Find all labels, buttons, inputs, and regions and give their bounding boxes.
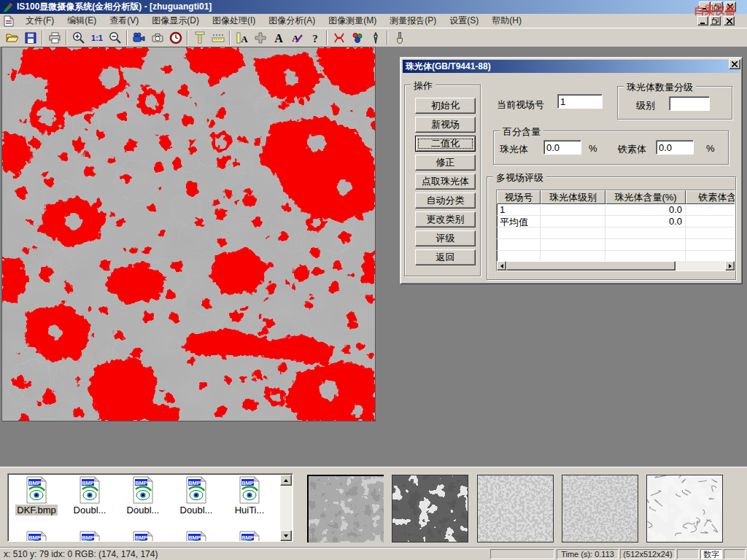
grade-input[interactable] [669, 96, 710, 111]
bmp-file-icon: BMP [26, 531, 47, 542]
toolbar-button-save[interactable] [21, 29, 39, 47]
toolbar-button-text-edit[interactable]: A [287, 29, 306, 47]
op-button-2[interactable]: 新视场 [415, 117, 476, 133]
file-name[interactable]: DKF.bmp [15, 505, 57, 516]
menu-item-measure-report[interactable]: 测量报告(P) [383, 13, 443, 28]
op-button-5[interactable]: 点取珠光体 [415, 174, 476, 190]
op-button-9[interactable]: 返回 [415, 249, 476, 265]
table-row-1[interactable]: 10.0 [497, 204, 735, 216]
image-thumbnail-4[interactable] [562, 475, 638, 542]
toolbar-button-particles[interactable] [348, 29, 366, 47]
toolbar-button-camera[interactable] [148, 29, 166, 47]
mdi-restore-icon [712, 18, 719, 24]
pen-icon [368, 31, 383, 45]
table-row-2[interactable]: 平均值0.0 [497, 216, 735, 228]
grade-group-label: 珠光体数量分级 [624, 81, 696, 94]
dialog-title-bar[interactable]: 珠光体(GB/T9441-88) [403, 60, 740, 73]
file-vscrollbar[interactable] [280, 475, 292, 541]
pearlite-input[interactable]: 0.0 [543, 140, 581, 155]
toolbar-button-zoom-out[interactable] [106, 29, 124, 47]
toolbar-button-image-tile[interactable] [251, 29, 269, 47]
image-thumbnail-3[interactable] [477, 475, 554, 542]
menu-item-image-analyze[interactable]: 图像分析(A) [262, 13, 322, 28]
vscroll-up-button[interactable] [280, 475, 292, 486]
toolbar-button-clock[interactable] [166, 29, 185, 47]
toolbar-button-measure-text[interactable]: A [233, 29, 251, 47]
menu-item-file[interactable]: 文件(F) [19, 13, 61, 28]
file-name[interactable]: Doubl... [72, 505, 108, 516]
file-item-partial[interactable]: BMP [66, 531, 114, 542]
toolbar-button-pen[interactable] [366, 29, 384, 47]
toolbar-button-brush[interactable] [390, 29, 409, 47]
toolbar-button-curve[interactable] [330, 29, 348, 47]
current-field-input[interactable]: 1 [557, 94, 603, 109]
menu-item-image-process[interactable]: 图像处理(I) [206, 13, 262, 28]
vscroll-down-button[interactable] [280, 530, 292, 541]
focus-rect [418, 139, 473, 149]
table-header-2[interactable]: 珠光体级别 [541, 190, 605, 204]
op-button-1[interactable]: 初始化 [415, 98, 476, 114]
toolbar-button-actual-size[interactable]: 1:1 [88, 29, 106, 47]
file-item-partial[interactable]: BMP [225, 531, 274, 542]
grade-label: 级别 [636, 99, 655, 112]
image-thumbnail-1[interactable] [307, 475, 384, 542]
menu-item-image-measure[interactable]: 图像测量(M) [322, 13, 383, 28]
file-item-Doubl[interactable]: BMPDoubl... [119, 476, 167, 516]
toolbar-separator [387, 31, 388, 45]
op-button-3[interactable]: 二值化 [415, 136, 476, 152]
status-image-size: (512x512x24) [620, 549, 676, 559]
table-cell [686, 216, 735, 227]
menu-item-view[interactable]: 查看(V) [103, 13, 145, 28]
pearlite-label: 珠光体 [500, 143, 528, 156]
file-item-HuiTi[interactable]: BMPHuiTi... [225, 476, 274, 516]
toolbar-button-caliper[interactable] [190, 29, 209, 47]
toolbar-button-open[interactable] [3, 29, 21, 47]
file-item-Doubl[interactable]: BMPDoubl... [172, 476, 220, 516]
hscroll-track[interactable] [676, 261, 725, 271]
hscroll-right-button[interactable] [725, 261, 735, 271]
op-button-8[interactable]: 评级 [415, 230, 476, 246]
file-name[interactable]: Doubl... [179, 505, 214, 516]
svg-text:BMP: BMP [241, 480, 254, 486]
table-hscrollbar[interactable] [497, 261, 735, 271]
table-cell [686, 228, 735, 238]
table-cell [497, 251, 541, 262]
toolbar-button-help[interactable]: ? [306, 29, 324, 47]
op-button-6[interactable]: 自动分类 [415, 192, 476, 209]
file-item-DKFbmp[interactable]: BMPDKF.bmp [12, 476, 61, 516]
table-row-4[interactable] [497, 239, 735, 251]
dialog-close-button[interactable] [729, 59, 740, 69]
table-header-4[interactable]: 铁素体含量(%) [686, 190, 735, 204]
menu-item-settings[interactable]: 设置(S) [443, 13, 485, 28]
image-thumbnail-2[interactable] [392, 475, 468, 542]
ferrite-input[interactable]: 0.0 [656, 140, 694, 155]
micrograph-image[interactable] [1, 47, 376, 421]
file-name[interactable]: HuiTi... [233, 505, 266, 516]
toolbar-button-text[interactable]: A [269, 29, 287, 47]
toolbar-button-print[interactable] [45, 29, 63, 47]
svg-text:BMP: BMP [135, 534, 147, 541]
op-button-4[interactable]: 修正 [415, 155, 476, 171]
table-row-3[interactable] [497, 228, 735, 239]
menu-item-help[interactable]: 帮助(H) [485, 13, 528, 28]
window-title: IS100显微摄像系统(金相分析版) - [zhuguangti01] [17, 1, 212, 13]
table-cell [541, 216, 605, 227]
file-name[interactable]: Doubl... [125, 505, 161, 516]
toolbar-button-zoom-in[interactable] [69, 29, 88, 47]
file-item-partial[interactable]: BMP [119, 531, 167, 542]
op-button-7[interactable]: 更改类别 [415, 211, 476, 228]
toolbar-button-video-camera[interactable] [130, 29, 148, 47]
menu-item-edit[interactable]: 编辑(E) [61, 13, 103, 28]
file-item-partial[interactable]: BMP [12, 531, 61, 542]
ruler-icon [211, 31, 225, 45]
menu-item-image-display[interactable]: 图像显示(D) [145, 13, 206, 28]
file-item-partial[interactable]: BMP [172, 531, 220, 542]
file-item-Doubl[interactable]: BMPDoubl... [66, 476, 114, 516]
hscroll-left-button[interactable] [497, 261, 506, 271]
table-header-3[interactable]: 珠光体含量(%) [605, 190, 686, 204]
toolbar-button-ruler[interactable] [209, 29, 227, 47]
table-header-1[interactable]: 视场号 [497, 190, 541, 204]
hscroll-thumb[interactable] [506, 261, 676, 271]
image-thumbnail-5[interactable] [646, 475, 723, 542]
table-cell: 1 [497, 204, 541, 215]
